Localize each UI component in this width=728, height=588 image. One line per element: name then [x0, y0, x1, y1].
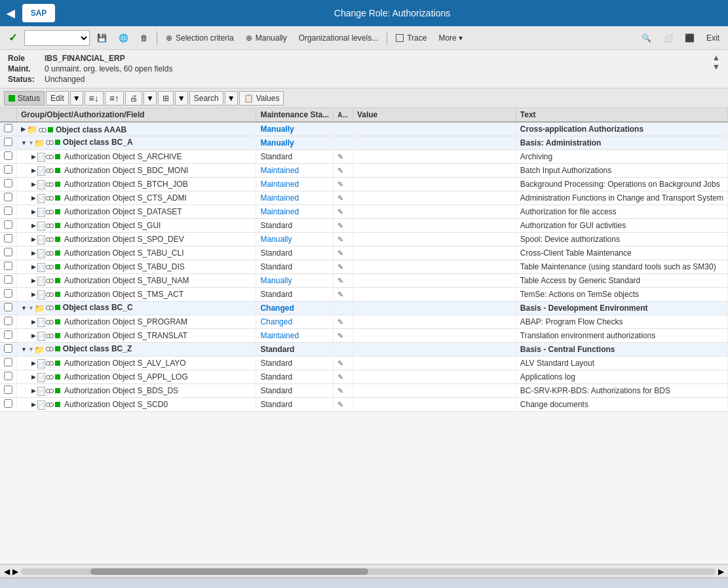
edit-pencil-icon[interactable]: ✎ [337, 208, 343, 216]
table-row[interactable]: ▶📄Authorization Object S_BDC_MONIMaintai… [0, 164, 728, 178]
row-checkbox[interactable] [4, 275, 12, 284]
expand-icon[interactable]: ▶ [31, 387, 36, 394]
edit-pencil-icon[interactable]: ✎ [337, 263, 343, 271]
table-row[interactable]: ▶📄Authorization Object S_ALV_LAYOStandar… [0, 357, 728, 370]
edit-pencil-icon[interactable]: ✎ [337, 359, 343, 367]
delete-button[interactable]: 🗑 [136, 29, 153, 47]
print-dropdown-button[interactable]: ▼ [144, 91, 157, 106]
edit-pencil-icon[interactable]: ✎ [337, 387, 343, 395]
scroll-up-button[interactable]: ▲ [712, 54, 720, 62]
row-checkbox[interactable] [4, 289, 12, 298]
table-row[interactable]: ▶📄Authorization Object S_CTS_ADMIMaintai… [0, 191, 728, 205]
table-row[interactable]: ▼▼📁Object class BC_CChangedBasis - Devel… [0, 302, 728, 315]
expand-icon[interactable]: ▶ [31, 250, 36, 256]
maximize-button[interactable]: ⬛ [680, 29, 699, 47]
edit-pencil-icon[interactable]: ✎ [337, 194, 343, 202]
role-dropdown[interactable] [24, 30, 90, 46]
save-button[interactable]: 💾 [92, 29, 111, 47]
selection-criteria-button[interactable]: ⊕ Selection criteria [161, 29, 239, 47]
row-checkbox[interactable] [4, 165, 12, 174]
status-button[interactable]: Status [4, 91, 45, 106]
table-row[interactable]: ▶📄Authorization Object S_DATASETMaintain… [0, 205, 728, 219]
edit-pencil-icon[interactable]: ✎ [337, 373, 343, 381]
expand-icon[interactable]: ▶ [31, 167, 36, 174]
edit-pencil-icon[interactable]: ✎ [337, 167, 343, 174]
expand-icon[interactable]: ▶ [31, 360, 36, 366]
edit-pencil-icon[interactable]: ✎ [337, 153, 343, 161]
table-row[interactable]: ▶📄Authorization Object S_TABU_CLIStandar… [0, 246, 728, 260]
edit-pencil-icon[interactable]: ✎ [337, 290, 343, 298]
sort-asc-button[interactable]: ≡↑ [105, 91, 124, 106]
edit-pencil-icon[interactable]: ✎ [337, 249, 343, 257]
more-button[interactable]: More ▾ [434, 29, 467, 47]
table-row[interactable]: ▶📄Authorization Object S_TMS_ACTStandard… [0, 288, 728, 302]
trace-button[interactable]: Trace [391, 29, 431, 47]
expand-icon[interactable]: ▼ [21, 140, 27, 146]
table-row[interactable]: ▶📄Authorization Object S_APPL_LOGStandar… [0, 370, 728, 384]
row-checkbox[interactable] [4, 358, 12, 366]
table-row[interactable]: ▼▼📁Object class BC_AManuallyBasis: Admin… [0, 136, 728, 150]
table-row[interactable]: ▼▼📁Object class BC_ZStandardBasis - Cent… [0, 343, 728, 357]
row-checkbox[interactable] [4, 220, 12, 229]
edit-pencil-icon[interactable]: ✎ [337, 180, 343, 188]
horizontal-scrollbar[interactable] [21, 568, 716, 575]
expand-icon[interactable]: ▶ [21, 126, 26, 132]
table-row[interactable]: ▶📄Authorization Object S_TABU_DISStandar… [0, 260, 728, 274]
row-checkbox[interactable] [4, 372, 12, 380]
edit-button[interactable]: Edit [46, 91, 69, 106]
table-row[interactable]: ▶📄Authorization Object S_SPO_DEVManually… [0, 233, 728, 246]
expand-icon[interactable]: ▶ [31, 208, 36, 215]
search-toolbar-button[interactable]: 🔍 [637, 29, 656, 47]
expand-icon[interactable]: ▶ [31, 222, 36, 229]
row-checkbox[interactable] [4, 262, 12, 270]
search-button[interactable]: Search [189, 91, 223, 106]
expand-icon[interactable]: ▶ [31, 181, 36, 187]
row-checkbox[interactable] [4, 124, 12, 132]
check-button[interactable]: ✓ [4, 29, 22, 47]
edit-pencil-icon[interactable]: ✎ [337, 318, 343, 326]
table-row[interactable]: ▶📁Object class AAABManuallyCross-applica… [0, 122, 728, 136]
row-checkbox[interactable] [4, 206, 12, 215]
row-checkbox[interactable] [4, 151, 12, 160]
table-row[interactable]: ▶📄Authorization Object S_PROGRAMChanged✎… [0, 315, 728, 329]
row-checkbox[interactable] [4, 303, 12, 311]
row-checkbox[interactable] [4, 317, 12, 325]
expand-icon[interactable]: ▼ [21, 305, 27, 311]
edit-pencil-icon[interactable]: ✎ [337, 277, 343, 284]
table-row[interactable]: ▶📄Authorization Object S_TRANSLATMaintai… [0, 329, 728, 343]
expand-icon[interactable]: ▶ [31, 401, 36, 408]
expand-icon[interactable]: ▶ [31, 291, 36, 298]
scroll-left-icon[interactable]: ◀ [4, 567, 10, 576]
globe-button[interactable]: 🌐 [114, 29, 133, 47]
table-row[interactable]: ▶📄Authorization Object S_SCD0Standard✎Ch… [0, 398, 728, 412]
row-checkbox[interactable] [4, 138, 12, 146]
manually-button[interactable]: ⊕ Manually [241, 29, 292, 47]
row-checkbox[interactable] [4, 385, 12, 394]
grid-dropdown-button[interactable]: ▼ [175, 91, 188, 106]
scroll-right-icon[interactable]: ▶ [12, 567, 18, 576]
back-button[interactable]: ◀ [7, 7, 14, 20]
org-levels-button[interactable]: Organizational levels... [294, 29, 383, 47]
expand-icon[interactable]: ▶ [31, 236, 36, 243]
sort-desc-button[interactable]: ≡↓ [85, 91, 104, 106]
row-checkbox[interactable] [4, 330, 12, 339]
expand-icon[interactable]: ▼ [21, 346, 27, 353]
edit-pencil-icon[interactable]: ✎ [337, 222, 343, 229]
expand-icon[interactable]: ▶ [31, 332, 36, 339]
print-button[interactable]: 🖨 [125, 91, 142, 106]
edit-pencil-icon[interactable]: ✎ [337, 235, 343, 243]
scroll-right-end-icon[interactable]: ▶ [718, 567, 724, 576]
exit-button[interactable]: Exit [702, 29, 724, 47]
row-checkbox[interactable] [4, 179, 12, 187]
table-row[interactable]: ▶📄Authorization Object S_ARCHIVEStandard… [0, 150, 728, 164]
table-row[interactable]: ▶📄Authorization Object S_BTCH_JOBMaintai… [0, 178, 728, 191]
table-row[interactable]: ▶📄Authorization Object S_BDS_DSStandard✎… [0, 384, 728, 398]
expand-icon[interactable]: ▶ [31, 153, 36, 160]
row-checkbox[interactable] [4, 399, 12, 408]
expand-icon[interactable]: ▶ [31, 195, 36, 201]
edit-pencil-icon[interactable]: ✎ [337, 401, 343, 408]
table-row[interactable]: ▶📄Authorization Object S_TABU_NAMManuall… [0, 274, 728, 288]
expand-icon[interactable]: ▶ [31, 374, 36, 380]
row-checkbox[interactable] [4, 344, 12, 353]
scroll-down-button[interactable]: ▼ [712, 63, 720, 71]
